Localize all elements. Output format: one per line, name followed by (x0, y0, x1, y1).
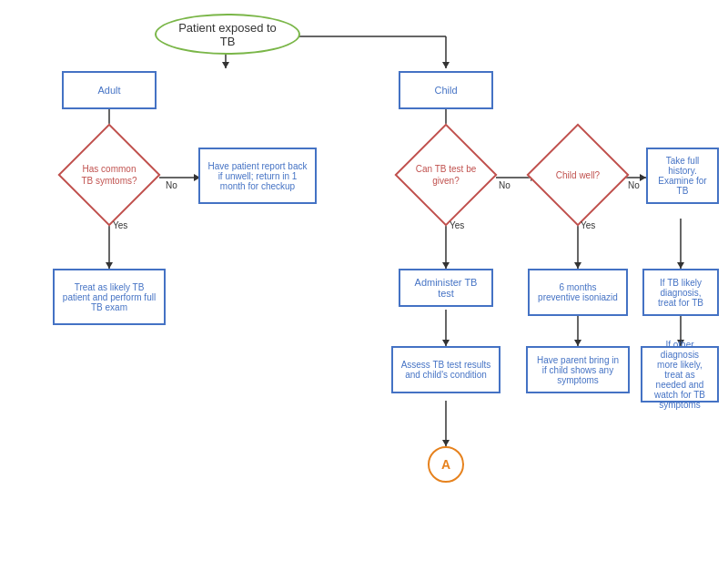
svg-marker-25 (442, 340, 450, 346)
no3-label: No (628, 180, 640, 190)
circle-a-node: A (428, 446, 464, 483)
treat-likely-node: Treat as likely TB patient and perform f… (53, 269, 166, 325)
yes2-label: Yes (450, 220, 464, 230)
start-node: Patient exposed to TB (155, 14, 300, 55)
svg-marker-17 (640, 174, 646, 181)
full-history-node: Take full history. Examine for TB (646, 148, 719, 204)
assess-node: Assess TB test results and child's condi… (391, 346, 500, 393)
svg-marker-1 (222, 62, 229, 68)
adult-node: Adult (62, 71, 157, 109)
diamond-adult-node: Has common TB symtoms? (73, 138, 146, 211)
svg-marker-19 (442, 262, 450, 269)
no1-label: No (166, 180, 177, 190)
flowchart: Patient exposed to TB Adult Child Has co… (0, 0, 728, 581)
svg-marker-5 (442, 62, 450, 68)
parent-bring-node: Have parent bring in if child shows any … (526, 346, 630, 393)
svg-marker-31 (442, 440, 450, 446)
yes3-label: Yes (581, 220, 595, 230)
other-diagnosis-node: If other diagnosis more likely, treat as… (641, 346, 719, 403)
no2-label: No (499, 180, 511, 190)
diamond-child-well-node: Child well? (541, 138, 614, 211)
child-node: Child (399, 71, 493, 109)
svg-marker-21 (574, 262, 581, 269)
report-back-node: Have patient report back if unwell; retu… (198, 148, 317, 204)
isoniazid-node: 6 months preventive isoniazid (528, 269, 628, 316)
tb-likely-node: If TB likely diagnosis, treat for TB (642, 269, 719, 316)
svg-marker-23 (677, 262, 684, 269)
diamond-tb-test-node: Can TB test be given? (410, 138, 482, 211)
svg-marker-27 (574, 340, 581, 346)
administer-node: Administer TB test (399, 269, 493, 307)
yes1-label: Yes (113, 220, 127, 230)
svg-marker-11 (106, 262, 113, 269)
